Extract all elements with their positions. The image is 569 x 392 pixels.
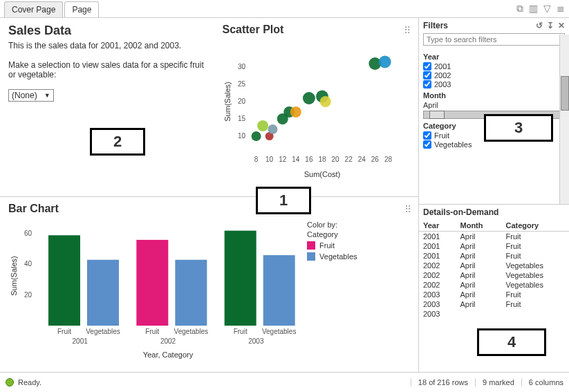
table-row[interactable]: 2002AprilVegetables — [419, 261, 569, 270]
filter-search-input[interactable] — [423, 33, 565, 46]
year-option-2003[interactable]: 2003 — [423, 80, 565, 88]
bar-title: Bar Chart — [8, 203, 411, 215]
details-table[interactable]: YearMonthCategory 2001AprilFruit2001Apri… — [419, 220, 569, 319]
year-option-2002[interactable]: 2002 — [423, 71, 565, 80]
svg-rect-39 — [136, 240, 168, 326]
status-bar: Ready. 18 of 216 rows 9 marked 6 columns — [0, 372, 569, 391]
svg-text:20: 20 — [24, 291, 32, 299]
table-row[interactable]: 2001AprilFruit — [419, 232, 569, 242]
bar-chart[interactable]: 204060Sum(Sales)FruitVegetables2001Fruit… — [8, 221, 301, 359]
bar-panel: Bar Chart ⠿ 204060Sum(Sales)FruitVegetab… — [0, 197, 419, 372]
status-rows: 18 of 216 rows — [411, 378, 468, 386]
legend-title: Color by: — [307, 221, 411, 229]
svg-text:Fruit: Fruit — [234, 328, 248, 335]
svg-text:20: 20 — [332, 156, 340, 163]
filters-scrollbar[interactable] — [559, 35, 569, 204]
svg-text:2001: 2001 — [73, 337, 88, 345]
month-value: April — [423, 101, 565, 109]
filters-panel: Filters ↺ ↧ ✕ Year 200120022003 Month Ap… — [419, 18, 569, 205]
svg-text:Year, Category: Year, Category — [143, 351, 194, 359]
svg-text:40: 40 — [24, 260, 32, 268]
callout-4: 4 — [477, 328, 546, 356]
year-checkbox-2001[interactable] — [423, 62, 431, 71]
svg-rect-34 — [48, 235, 80, 326]
year-checkbox-2003[interactable] — [423, 80, 431, 88]
month-filter-label: Month — [423, 91, 446, 100]
legend-item-fruit[interactable]: Fruit — [307, 241, 411, 250]
svg-point-29 — [379, 56, 391, 68]
svg-text:16: 16 — [306, 156, 314, 163]
svg-text:8: 8 — [254, 156, 259, 163]
svg-text:2002: 2002 — [160, 337, 176, 345]
col-month[interactable]: Month — [456, 220, 502, 232]
svg-rect-41 — [175, 260, 207, 326]
svg-text:2003: 2003 — [248, 337, 264, 345]
tab-page[interactable]: Page — [64, 1, 99, 17]
svg-text:10: 10 — [238, 132, 246, 140]
svg-point-21 — [268, 124, 278, 134]
callout-1: 1 — [256, 187, 311, 214]
bar-legend: Color by: Category FruitVegetables — [301, 221, 411, 359]
svg-rect-46 — [263, 255, 295, 326]
svg-point-24 — [290, 106, 301, 118]
year-filter-label: Year — [423, 53, 565, 61]
svg-text:Sum(Sales): Sum(Sales) — [223, 82, 232, 121]
selection-dropdown[interactable]: (None) — [8, 89, 54, 102]
table-row[interactable]: 2003AprilFruit — [419, 299, 569, 309]
col-year[interactable]: Year — [419, 220, 456, 232]
legend-item-vegetables[interactable]: Vegetables — [307, 252, 411, 261]
category-checkbox-fruit[interactable] — [423, 131, 431, 140]
pin-icon[interactable]: ↧ — [547, 21, 554, 30]
callout-3: 3 — [484, 114, 553, 142]
category-checkbox-vegetables[interactable] — [423, 140, 431, 149]
swatch-icon — [307, 241, 315, 250]
table-row[interactable]: 2002AprilVegetables — [419, 270, 569, 280]
tab-cover-page[interactable]: Cover Page — [4, 1, 63, 17]
svg-text:18: 18 — [319, 156, 327, 163]
year-option-2001[interactable]: 2001 — [423, 62, 565, 71]
filter-icon[interactable]: ▽ — [543, 3, 551, 15]
table-row[interactable]: 2001AprilFruit — [419, 241, 569, 251]
close-icon[interactable]: ✕ — [558, 21, 565, 30]
status-dot-icon — [6, 378, 14, 386]
scatter-panel: Scatter Plot ⠿ 8101214161820222426281015… — [214, 18, 418, 196]
svg-text:22: 22 — [345, 156, 353, 163]
status-marked: 9 marked — [475, 378, 514, 386]
sales-data-desc: This is the sales data for 2001, 2002 an… — [8, 41, 205, 50]
table-row[interactable]: 2001AprilFruit — [419, 251, 569, 261]
callout-2: 2 — [90, 128, 145, 156]
svg-text:20: 20 — [238, 97, 246, 105]
svg-text:12: 12 — [279, 156, 288, 163]
svg-text:60: 60 — [24, 230, 32, 237]
status-cols: 6 columns — [521, 378, 563, 386]
scatter-chart[interactable]: 8101214161820222426281015202530Sum(Cost)… — [222, 43, 402, 181]
svg-text:Fruit: Fruit — [145, 328, 159, 335]
scatter-title: Scatter Plot — [222, 24, 410, 36]
panel-icon[interactable]: ▥ — [529, 3, 538, 15]
toolbar-icons: ⧉ ▥ ▽ ≣ — [516, 3, 565, 17]
svg-text:14: 14 — [292, 156, 301, 163]
table-row[interactable]: 2003AprilFruit — [419, 290, 569, 299]
scatter-menu-icon[interactable]: ⠿ — [404, 25, 411, 36]
col-category[interactable]: Category — [502, 220, 570, 232]
svg-text:24: 24 — [358, 156, 366, 163]
chart-icon[interactable]: ⧉ — [516, 3, 523, 15]
svg-point-18 — [252, 131, 261, 141]
table-row[interactable]: 2002AprilVegetables — [419, 280, 569, 290]
year-checkbox-2002[interactable] — [423, 71, 431, 80]
svg-text:25: 25 — [238, 80, 246, 88]
svg-text:Vegetables: Vegetables — [86, 328, 120, 335]
svg-text:26: 26 — [371, 156, 380, 163]
svg-text:Vegetables: Vegetables — [262, 328, 297, 335]
tab-bar: Cover Page Page ⧉ ▥ ▽ ≣ — [0, 0, 569, 18]
undo-icon[interactable]: ↺ — [536, 21, 543, 30]
text-panel: Sales Data This is the sales data for 20… — [0, 18, 214, 196]
table-row[interactable]: 2003 — [419, 309, 569, 319]
svg-point-19 — [258, 120, 269, 131]
svg-rect-44 — [225, 231, 256, 326]
svg-text:10: 10 — [266, 156, 274, 163]
svg-text:Sum(Cost): Sum(Cost) — [304, 170, 341, 178]
svg-text:28: 28 — [384, 156, 393, 163]
list-icon[interactable]: ≣ — [557, 3, 565, 15]
bar-menu-icon[interactable]: ⠿ — [404, 204, 412, 215]
